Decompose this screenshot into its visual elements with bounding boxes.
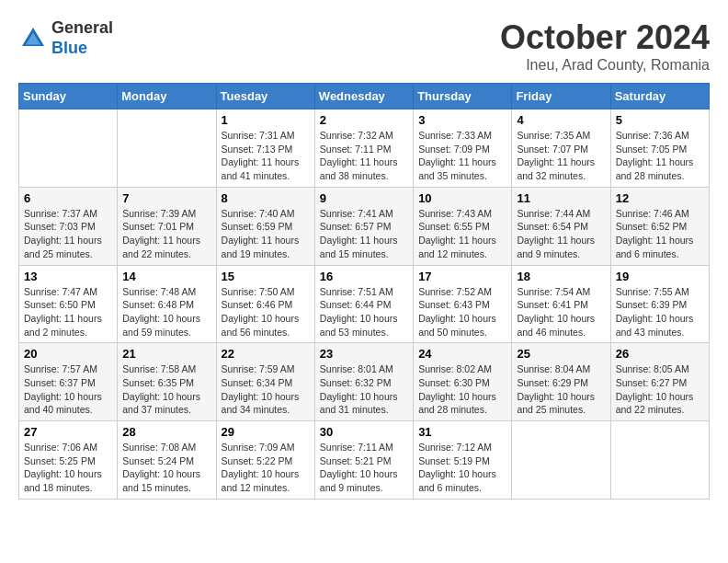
day-number: 20 xyxy=(24,347,112,361)
day-info: Sunrise: 7:47 AM Sunset: 6:50 PM Dayligh… xyxy=(24,285,112,339)
calendar-cell xyxy=(512,421,610,500)
calendar-cell: 17Sunrise: 7:52 AM Sunset: 6:43 PM Dayli… xyxy=(414,265,512,343)
calendar-cell: 31Sunrise: 7:12 AM Sunset: 5:19 PM Dayli… xyxy=(414,421,512,500)
day-info: Sunrise: 7:43 AM Sunset: 6:55 PM Dayligh… xyxy=(418,207,506,261)
day-info: Sunrise: 7:33 AM Sunset: 7:09 PM Dayligh… xyxy=(418,129,506,183)
day-info: Sunrise: 7:31 AM Sunset: 7:13 PM Dayligh… xyxy=(222,129,310,183)
day-number: 12 xyxy=(616,191,704,205)
day-number: 23 xyxy=(320,347,408,361)
day-number: 30 xyxy=(320,425,408,439)
day-number: 13 xyxy=(24,270,112,283)
day-number: 6 xyxy=(24,191,112,205)
logo-text: General Blue xyxy=(51,18,113,58)
day-number: 26 xyxy=(616,347,704,361)
calendar-cell: 27Sunrise: 7:06 AM Sunset: 5:25 PM Dayli… xyxy=(19,421,118,500)
day-info: Sunrise: 7:54 AM Sunset: 6:41 PM Dayligh… xyxy=(517,285,605,339)
day-info: Sunrise: 7:50 AM Sunset: 6:46 PM Dayligh… xyxy=(222,285,310,339)
calendar-cell xyxy=(19,109,118,188)
day-info: Sunrise: 7:40 AM Sunset: 6:59 PM Dayligh… xyxy=(222,207,310,261)
day-number: 16 xyxy=(320,270,408,283)
day-number: 7 xyxy=(122,191,210,205)
calendar-week-row: 13Sunrise: 7:47 AM Sunset: 6:50 PM Dayli… xyxy=(19,265,710,343)
day-number: 8 xyxy=(222,191,310,205)
day-number: 24 xyxy=(418,347,506,361)
logo-blue: Blue xyxy=(51,39,87,57)
calendar-cell: 19Sunrise: 7:55 AM Sunset: 6:39 PM Dayli… xyxy=(610,265,709,343)
calendar-cell: 13Sunrise: 7:47 AM Sunset: 6:50 PM Dayli… xyxy=(19,265,118,343)
calendar-cell xyxy=(118,109,216,188)
calendar-table: SundayMondayTuesdayWednesdayThursdayFrid… xyxy=(18,83,710,500)
day-number: 1 xyxy=(222,113,310,127)
day-number: 27 xyxy=(24,425,112,439)
calendar-cell: 16Sunrise: 7:51 AM Sunset: 6:44 PM Dayli… xyxy=(314,265,413,343)
calendar-cell: 11Sunrise: 7:44 AM Sunset: 6:54 PM Dayli… xyxy=(512,187,610,265)
day-info: Sunrise: 7:55 AM Sunset: 6:39 PM Dayligh… xyxy=(616,285,704,339)
logo-icon xyxy=(18,24,48,53)
calendar-cell: 25Sunrise: 8:04 AM Sunset: 6:29 PM Dayli… xyxy=(512,343,610,421)
calendar-cell: 4Sunrise: 7:35 AM Sunset: 7:07 PM Daylig… xyxy=(512,109,610,188)
page-header: General Blue October 2024 Ineu, Arad Cou… xyxy=(18,18,710,74)
day-info: Sunrise: 7:46 AM Sunset: 6:52 PM Dayligh… xyxy=(616,207,704,261)
day-number: 11 xyxy=(517,191,605,205)
calendar-week-row: 27Sunrise: 7:06 AM Sunset: 5:25 PM Dayli… xyxy=(19,421,710,500)
day-info: Sunrise: 7:32 AM Sunset: 7:11 PM Dayligh… xyxy=(320,129,408,183)
day-number: 2 xyxy=(320,113,408,127)
calendar-cell: 24Sunrise: 8:02 AM Sunset: 6:30 PM Dayli… xyxy=(414,343,512,421)
calendar-week-row: 1Sunrise: 7:31 AM Sunset: 7:13 PM Daylig… xyxy=(19,109,710,188)
day-info: Sunrise: 7:11 AM Sunset: 5:21 PM Dayligh… xyxy=(320,441,408,495)
day-info: Sunrise: 7:51 AM Sunset: 6:44 PM Dayligh… xyxy=(320,285,408,339)
calendar-week-row: 6Sunrise: 7:37 AM Sunset: 7:03 PM Daylig… xyxy=(19,187,710,265)
day-info: Sunrise: 7:12 AM Sunset: 5:19 PM Dayligh… xyxy=(418,441,506,495)
day-number: 9 xyxy=(320,191,408,205)
calendar-cell: 10Sunrise: 7:43 AM Sunset: 6:55 PM Dayli… xyxy=(414,187,512,265)
day-number: 3 xyxy=(418,113,506,127)
calendar-cell: 12Sunrise: 7:46 AM Sunset: 6:52 PM Dayli… xyxy=(610,187,709,265)
weekday-header: Tuesday xyxy=(216,84,314,109)
calendar-cell: 21Sunrise: 7:58 AM Sunset: 6:35 PM Dayli… xyxy=(118,343,216,421)
day-info: Sunrise: 7:57 AM Sunset: 6:37 PM Dayligh… xyxy=(24,362,112,417)
day-number: 28 xyxy=(122,425,210,439)
day-number: 5 xyxy=(616,113,704,127)
day-info: Sunrise: 7:48 AM Sunset: 6:48 PM Dayligh… xyxy=(122,285,210,339)
day-info: Sunrise: 8:01 AM Sunset: 6:32 PM Dayligh… xyxy=(320,362,408,417)
weekday-header: Wednesday xyxy=(314,84,413,109)
month-title: October 2024 xyxy=(500,18,710,57)
day-number: 18 xyxy=(517,270,605,283)
logo: General Blue xyxy=(18,18,113,58)
day-info: Sunrise: 7:39 AM Sunset: 7:01 PM Dayligh… xyxy=(122,207,210,261)
calendar-cell: 23Sunrise: 8:01 AM Sunset: 6:32 PM Dayli… xyxy=(314,343,413,421)
day-info: Sunrise: 7:35 AM Sunset: 7:07 PM Dayligh… xyxy=(517,129,605,183)
day-info: Sunrise: 7:58 AM Sunset: 6:35 PM Dayligh… xyxy=(122,362,210,417)
day-info: Sunrise: 7:37 AM Sunset: 7:03 PM Dayligh… xyxy=(24,207,112,261)
day-info: Sunrise: 8:05 AM Sunset: 6:27 PM Dayligh… xyxy=(616,362,704,417)
day-info: Sunrise: 7:36 AM Sunset: 7:05 PM Dayligh… xyxy=(616,129,704,183)
day-info: Sunrise: 7:09 AM Sunset: 5:22 PM Dayligh… xyxy=(222,441,310,495)
day-info: Sunrise: 7:44 AM Sunset: 6:54 PM Dayligh… xyxy=(517,207,605,261)
calendar-cell xyxy=(610,421,709,500)
day-number: 10 xyxy=(418,191,506,205)
calendar-cell: 5Sunrise: 7:36 AM Sunset: 7:05 PM Daylig… xyxy=(610,109,709,188)
calendar-cell: 8Sunrise: 7:40 AM Sunset: 6:59 PM Daylig… xyxy=(216,187,314,265)
calendar-cell: 7Sunrise: 7:39 AM Sunset: 7:01 PM Daylig… xyxy=(118,187,216,265)
calendar-cell: 18Sunrise: 7:54 AM Sunset: 6:41 PM Dayli… xyxy=(512,265,610,343)
day-number: 15 xyxy=(222,270,310,283)
location-subtitle: Ineu, Arad County, Romania xyxy=(500,57,710,74)
weekday-header: Sunday xyxy=(19,84,118,109)
calendar-cell: 15Sunrise: 7:50 AM Sunset: 6:46 PM Dayli… xyxy=(216,265,314,343)
calendar-cell: 26Sunrise: 8:05 AM Sunset: 6:27 PM Dayli… xyxy=(610,343,709,421)
day-info: Sunrise: 7:59 AM Sunset: 6:34 PM Dayligh… xyxy=(222,362,310,417)
day-number: 19 xyxy=(616,270,704,283)
day-number: 25 xyxy=(517,347,605,361)
weekday-header: Saturday xyxy=(610,84,709,109)
title-area: October 2024 Ineu, Arad County, Romania xyxy=(500,18,710,74)
calendar-cell: 6Sunrise: 7:37 AM Sunset: 7:03 PM Daylig… xyxy=(19,187,118,265)
calendar-cell: 29Sunrise: 7:09 AM Sunset: 5:22 PM Dayli… xyxy=(216,421,314,500)
calendar-cell: 1Sunrise: 7:31 AM Sunset: 7:13 PM Daylig… xyxy=(216,109,314,188)
day-number: 14 xyxy=(122,270,210,283)
calendar-cell: 22Sunrise: 7:59 AM Sunset: 6:34 PM Dayli… xyxy=(216,343,314,421)
calendar-cell: 28Sunrise: 7:08 AM Sunset: 5:24 PM Dayli… xyxy=(118,421,216,500)
weekday-header: Thursday xyxy=(414,84,512,109)
weekday-header: Friday xyxy=(512,84,610,109)
day-info: Sunrise: 7:52 AM Sunset: 6:43 PM Dayligh… xyxy=(418,285,506,339)
day-number: 17 xyxy=(418,270,506,283)
